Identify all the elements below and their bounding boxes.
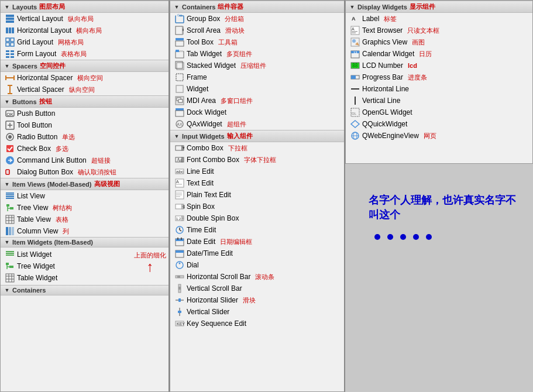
item-column-view[interactable]: Column View 列: [1, 225, 169, 237]
item-mdi-area[interactable]: MDI Area 多窗口组件: [170, 95, 344, 106]
item-datetime-edit[interactable]: Date/Time Edit: [170, 247, 344, 259]
time-edit-icon: [175, 225, 184, 235]
svg-marker-136: [355, 42, 359, 46]
svg-rect-0: [6, 15, 14, 17]
item-radio-button[interactable]: Radio Button 单选: [1, 131, 169, 143]
item-tool-button[interactable]: Tool Button: [1, 119, 169, 131]
item-table-view[interactable]: Table View 表格: [1, 214, 169, 225]
item-v-slider[interactable]: Vertical Slider: [170, 306, 344, 318]
item-vertical-layout[interactable]: Vertical Layout 纵向布局: [1, 13, 169, 25]
svg-rect-66: [183, 29, 184, 31]
item-dock-widget[interactable]: Dock Widget: [170, 106, 344, 118]
calendar-icon: 12: [350, 49, 360, 59]
table-view-label: Table View: [17, 215, 51, 223]
containers-toggle[interactable]: ▼: [174, 4, 180, 10]
svg-text:abc: abc: [176, 169, 184, 174]
item-list-widget[interactable]: List Widget: [5, 249, 132, 260]
item-vertical-line[interactable]: Vertical Line: [346, 95, 532, 106]
item-calendar-widget[interactable]: 12 Calendar Widget 日历: [346, 48, 532, 60]
svg-text:1.2: 1.2: [176, 217, 181, 221]
buttons-toggle[interactable]: ▼: [4, 99, 10, 105]
item-qax-widget[interactable]: AX QAxWidget 超组件: [170, 118, 344, 130]
section-containers-bottom: ▼ Containers: [1, 285, 169, 295]
stacked-widget-zh: 压缩组件: [240, 61, 266, 70]
item-horizontal-layout[interactable]: Horizontal Layout 横向布局: [1, 25, 169, 36]
spacer-v-icon: [5, 85, 15, 94]
item-tree-view[interactable]: Tree View 树结构: [1, 202, 169, 214]
svg-rect-88: [182, 157, 184, 162]
svg-rect-41: [6, 215, 14, 223]
item-widgets-toggle[interactable]: ▼: [4, 239, 10, 245]
item-h-slider[interactable]: Horizontal Slider 滑块: [170, 294, 344, 306]
item-grid-layout[interactable]: Grid Layout 网格布局: [1, 36, 169, 48]
item-qquick-widget[interactable]: QQuickWidget: [346, 118, 532, 130]
tree-view-label: Tree View: [17, 204, 48, 212]
item-lcd-number[interactable]: 88 LCD Number lcd: [346, 60, 532, 71]
item-group-box[interactable]: Grp Group Box 分组箱: [170, 13, 344, 25]
item-v-scroll-bar[interactable]: Vertical Scroll Bar: [170, 283, 344, 294]
layouts-toggle[interactable]: ▼: [4, 4, 10, 10]
datetime-edit-icon: [175, 249, 184, 258]
form-layout-label: Form Layout: [17, 50, 56, 58]
item-frame[interactable]: Frame: [170, 71, 344, 83]
item-stacked-widget[interactable]: Stacked Widget 压缩组件: [170, 60, 344, 71]
v-scroll-label: Vertical Scroll Bar: [187, 284, 242, 293]
item-dialog-button-box[interactable]: Dialog Button Box 确认取消按钮: [1, 166, 169, 178]
item-time-edit[interactable]: Time Edit: [170, 224, 344, 236]
item-views-toggle[interactable]: ▼: [4, 181, 10, 187]
item-date-edit[interactable]: Date Edit 日期编辑框: [170, 236, 344, 247]
item-h-spacer[interactable]: Horizontal Spacer 横向空间: [1, 72, 169, 84]
display-widgets-toggle[interactable]: ▼: [349, 4, 355, 10]
item-dial[interactable]: Dial: [170, 259, 344, 271]
item-tool-box[interactable]: Tool Box 工具箱: [170, 36, 344, 48]
item-list-view[interactable]: List View: [1, 190, 169, 202]
item-text-edit[interactable]: A Text Edit: [170, 177, 344, 189]
item-line-edit[interactable]: abc Line Edit: [170, 166, 344, 177]
svg-rect-35: [6, 196, 14, 197]
radio-button-label: Radio Button: [17, 133, 57, 141]
item-command-link[interactable]: Command Link Button 超链接: [1, 154, 169, 166]
command-link-zh: 超链接: [91, 156, 111, 165]
svg-rect-8: [6, 43, 9, 46]
item-scroll-area[interactable]: Scroll Area 滑动块: [170, 25, 344, 36]
v-scroll-icon: [175, 284, 184, 293]
item-table-widget[interactable]: Table Widget: [5, 272, 132, 284]
item-key-seq-edit[interactable]: KEY Key Sequence Edit: [170, 318, 344, 329]
item-text-browser[interactable]: A Text Browser 只读文本框: [346, 25, 532, 36]
item-spin-box[interactable]: ▲▼ Spin Box: [170, 201, 344, 212]
item-progress-bar[interactable]: Progress Bar 进度条: [346, 71, 532, 83]
item-plain-text-edit[interactable]: Plain Text Edit: [170, 189, 344, 201]
item-check-box[interactable]: Check Box 多选: [1, 143, 169, 154]
svg-rect-3: [6, 27, 8, 33]
item-form-layout[interactable]: Form Layout 表格布局: [1, 48, 169, 60]
svg-text:88: 88: [352, 63, 358, 68]
item-double-spin-box[interactable]: 1.2 Double Spin Box: [170, 212, 344, 224]
input-widgets-toggle[interactable]: ▼: [174, 133, 180, 139]
qax-widget-zh: 超组件: [227, 120, 246, 129]
item-qweb-engine-view[interactable]: QWebEngineView 网页: [346, 130, 532, 142]
h-line-label: Horizontal Line: [362, 85, 409, 93]
item-horizontal-line[interactable]: Horizontal Line: [346, 83, 532, 95]
containers-bottom-toggle[interactable]: ▼: [4, 287, 10, 293]
h-scroll-zh: 滚动条: [255, 273, 274, 281]
v-spacer-zh: 纵向空间: [69, 85, 95, 94]
spacers-toggle[interactable]: ▼: [4, 63, 10, 69]
qax-icon: AX: [175, 119, 184, 129]
item-combo-box[interactable]: ▾ Combo Box 下拉框: [170, 142, 344, 154]
item-opengl-widget[interactable]: GL OpenGL Widget: [346, 106, 532, 118]
item-push-button[interactable]: OK Push Button: [1, 108, 169, 119]
table-view-icon: [5, 215, 15, 224]
item-font-combo-box[interactable]: Aa Font Combo Box 字体下拉框: [170, 154, 344, 166]
svg-rect-56: [6, 274, 14, 282]
tool-box-zh: 工具箱: [218, 38, 238, 47]
item-tab-widget[interactable]: Tab Widget 多页组件: [170, 48, 344, 60]
item-graphics-view[interactable]: Graphics View 画图: [346, 36, 532, 48]
item-tree-widget[interactable]: Tree Widget: [5, 260, 132, 272]
item-label[interactable]: A Label 标签: [346, 13, 532, 25]
vertical-layout-label: Vertical Layout: [17, 15, 63, 23]
item-v-spacer[interactable]: Vertical Spacer 纵向空间: [1, 84, 169, 95]
item-widget[interactable]: Widget: [170, 83, 344, 95]
svg-rect-33: [6, 192, 14, 194]
svg-text:▼: ▼: [183, 206, 185, 209]
item-h-scroll-bar[interactable]: Horizontal Scroll Bar 滚动条: [170, 271, 344, 283]
